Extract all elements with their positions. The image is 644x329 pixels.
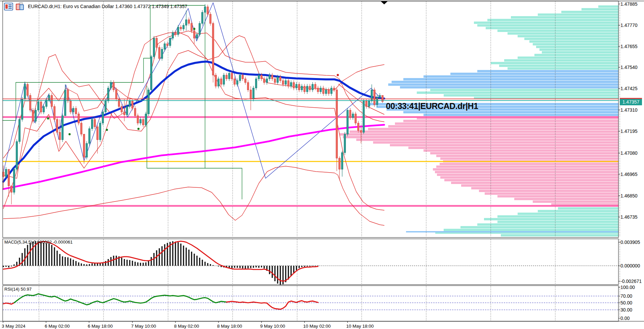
volume-profile-row [461,184,618,187]
volume-profile-row [501,234,618,236]
volume-profile-row [444,179,618,181]
candle-body [290,82,292,86]
candle-body [65,90,66,116]
volume-profile-row [538,210,618,212]
chart-windows-icon [16,2,25,10]
rsi-axis-label: 0.00 [620,316,630,321]
signal-dot-green [193,28,195,30]
candle-body [360,131,362,132]
candle-body [212,24,214,75]
price-axis-label: 1.47080 [620,150,638,156]
volume-profile-row [518,35,618,37]
candle-body [137,116,139,123]
macd-axis-label: -0.002671 [620,279,642,284]
volume-profile-row [581,8,618,10]
candle-body [363,101,365,132]
candle-body [48,96,50,100]
volume-profile-row [471,187,618,189]
volume-profile-row [436,166,618,168]
candle-body [350,110,351,118]
candle-body [226,75,228,79]
volume-profile-row [539,48,618,51]
price-axis-label: 1.47655 [620,44,638,49]
candle-body [11,186,12,192]
signal-dot-green [106,129,108,131]
candle-body [59,132,61,140]
candle-body [159,47,160,59]
candle-body [352,114,354,117]
volume-profile-row [487,19,618,21]
candle-body [229,73,230,79]
macd-axis-label: 0.000000 [620,263,640,268]
volume-profile-row [403,111,618,113]
signal-dot-red [337,74,339,76]
volume-profile-row [390,144,618,146]
candle-body [164,44,166,49]
volume-profile-row [508,67,618,70]
chart-canvas[interactable]: 1.478851.477701.476551.475401.474251.473… [0,0,644,329]
candle-body [51,96,53,107]
volume-profile-row [430,152,618,154]
volume-profile-row [497,215,618,218]
volume-profile-row [558,207,618,210]
candle-body [121,107,123,112]
volume-profile-row [533,200,618,203]
volume-profile-row [561,11,618,13]
current-price-tag: 1.47357 [620,98,642,105]
candle-body [258,75,260,79]
candle-body [94,119,96,127]
chart-title: EURCAD.dr,H1: Euro vs Canadian Dollar 1.… [28,4,187,9]
candle-body [126,107,128,115]
candle-body [218,79,219,86]
candle-body [264,79,265,82]
candle-body [116,90,117,99]
candle-body [118,99,120,107]
candle-body [151,57,152,90]
volume-profile-row [373,141,618,144]
signal-dot-green [69,133,71,135]
candle-body [207,7,209,14]
time-axis-label: 8 May 02:00 [174,324,199,329]
candle-body [274,79,276,82]
candle-body [277,77,279,82]
candle-body [169,38,171,46]
candle-body [344,134,346,153]
volume-profile-row [368,128,618,130]
candle-body [145,114,147,125]
volume-profile-row [440,176,618,179]
volume-profile-row [403,78,618,80]
candle-body [161,49,163,58]
candle-body [301,86,303,90]
candle-body [237,81,238,84]
candle-body [250,90,252,99]
volume-profile-row [485,192,618,195]
candle-countdown-label: 00:33:41|EURCAD.dr|H1 [386,101,478,111]
volume-profile-row [343,136,618,138]
candle-body [261,75,263,79]
candle-body [323,88,324,94]
candle-body [172,33,174,38]
volume-profile-row [499,65,618,67]
candle-body [180,27,182,29]
volume-profile-row [524,38,618,40]
volume-profile-row [538,13,618,16]
candle-body [317,88,319,92]
volume-profile-row [437,174,618,176]
price-axis-label: 1.47770 [620,23,638,28]
candle-body [186,20,187,25]
candle-body [83,134,85,157]
candle-body [371,90,373,101]
candle-body [304,86,306,92]
time-axis-label: 9 May 10:00 [260,324,285,329]
volume-profile-row [477,24,618,27]
candle-body [175,33,176,34]
candle-body [255,79,257,88]
volume-profile-row [511,16,618,19]
candle-body [223,75,225,84]
volume-profile-row [403,120,618,122]
candle-body [132,101,133,108]
candle-body [129,101,131,106]
candle-body [153,38,155,57]
volume-profile-row [491,62,618,64]
price-axis-label: 1.46850 [620,193,638,198]
